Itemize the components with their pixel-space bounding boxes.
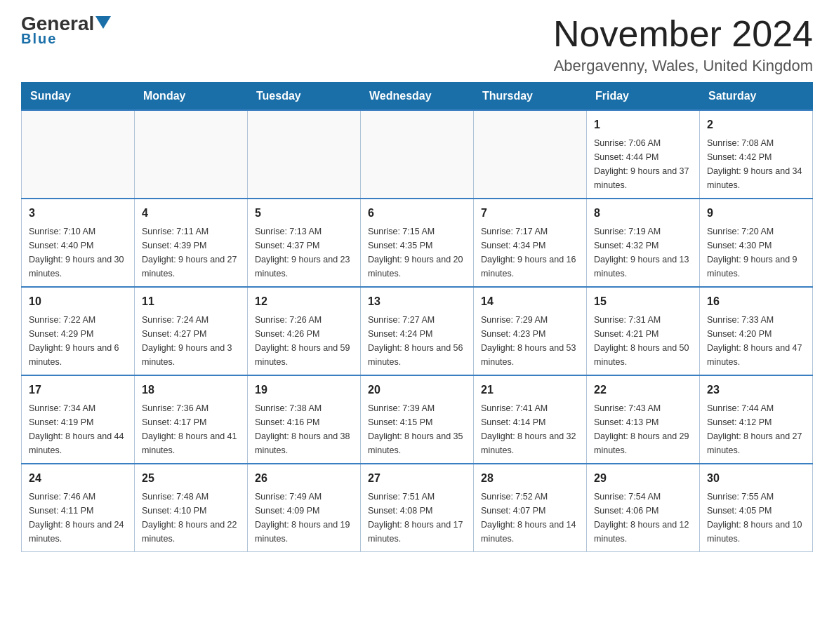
day-number: 16 bbox=[707, 293, 805, 310]
day-number: 2 bbox=[707, 116, 805, 133]
header-monday: Monday bbox=[135, 83, 248, 111]
day-number: 22 bbox=[594, 382, 692, 398]
day-info: Sunrise: 7:55 AM Sunset: 4:05 PM Dayligh… bbox=[707, 490, 805, 546]
day-number: 17 bbox=[29, 382, 127, 398]
day-number: 15 bbox=[594, 293, 692, 310]
header-saturday: Saturday bbox=[700, 83, 813, 111]
table-row: 2Sunrise: 7:08 AM Sunset: 4:42 PM Daylig… bbox=[700, 110, 813, 199]
day-info: Sunrise: 7:43 AM Sunset: 4:13 PM Dayligh… bbox=[594, 401, 692, 457]
table-row: 5Sunrise: 7:13 AM Sunset: 4:37 PM Daylig… bbox=[248, 199, 361, 287]
table-row: 30Sunrise: 7:55 AM Sunset: 4:05 PM Dayli… bbox=[700, 464, 813, 552]
table-row: 14Sunrise: 7:29 AM Sunset: 4:23 PM Dayli… bbox=[474, 287, 587, 375]
header-thursday: Thursday bbox=[474, 83, 587, 111]
table-row: 10Sunrise: 7:22 AM Sunset: 4:29 PM Dayli… bbox=[22, 287, 135, 375]
table-row: 13Sunrise: 7:27 AM Sunset: 4:24 PM Dayli… bbox=[361, 287, 474, 375]
day-info: Sunrise: 7:36 AM Sunset: 4:17 PM Dayligh… bbox=[142, 401, 240, 457]
day-info: Sunrise: 7:38 AM Sunset: 4:16 PM Dayligh… bbox=[255, 401, 353, 457]
day-info: Sunrise: 7:34 AM Sunset: 4:19 PM Dayligh… bbox=[29, 401, 127, 457]
day-number: 30 bbox=[707, 470, 805, 487]
table-row: 28Sunrise: 7:52 AM Sunset: 4:07 PM Dayli… bbox=[474, 464, 587, 552]
header-wednesday: Wednesday bbox=[361, 83, 474, 111]
table-row: 21Sunrise: 7:41 AM Sunset: 4:14 PM Dayli… bbox=[474, 375, 587, 464]
table-row: 7Sunrise: 7:17 AM Sunset: 4:34 PM Daylig… bbox=[474, 199, 587, 287]
table-row: 9Sunrise: 7:20 AM Sunset: 4:30 PM Daylig… bbox=[700, 199, 813, 287]
page-header: General Blue November 2024 Abergavenny, … bbox=[21, 14, 813, 75]
day-number: 10 bbox=[29, 293, 127, 310]
table-row: 8Sunrise: 7:19 AM Sunset: 4:32 PM Daylig… bbox=[587, 199, 700, 287]
day-number: 21 bbox=[481, 382, 579, 398]
day-number: 25 bbox=[142, 470, 240, 487]
table-row: 3Sunrise: 7:10 AM Sunset: 4:40 PM Daylig… bbox=[22, 199, 135, 287]
day-number: 24 bbox=[29, 470, 127, 487]
svg-marker-0 bbox=[95, 16, 111, 29]
day-info: Sunrise: 7:44 AM Sunset: 4:12 PM Dayligh… bbox=[707, 401, 805, 457]
day-info: Sunrise: 7:52 AM Sunset: 4:07 PM Dayligh… bbox=[481, 490, 579, 546]
calendar-week-row: 10Sunrise: 7:22 AM Sunset: 4:29 PM Dayli… bbox=[22, 287, 813, 375]
table-row bbox=[474, 110, 587, 199]
day-number: 9 bbox=[707, 205, 805, 222]
table-row: 16Sunrise: 7:33 AM Sunset: 4:20 PM Dayli… bbox=[700, 287, 813, 375]
calendar-title: November 2024 bbox=[553, 14, 813, 54]
logo-triangle-icon bbox=[95, 16, 111, 29]
table-row: 12Sunrise: 7:26 AM Sunset: 4:26 PM Dayli… bbox=[248, 287, 361, 375]
day-info: Sunrise: 7:31 AM Sunset: 4:21 PM Dayligh… bbox=[594, 313, 692, 369]
day-info: Sunrise: 7:54 AM Sunset: 4:06 PM Dayligh… bbox=[594, 490, 692, 546]
day-info: Sunrise: 7:19 AM Sunset: 4:32 PM Dayligh… bbox=[594, 224, 692, 281]
day-number: 18 bbox=[142, 382, 240, 398]
table-row bbox=[22, 110, 135, 199]
calendar-week-row: 17Sunrise: 7:34 AM Sunset: 4:19 PM Dayli… bbox=[22, 375, 813, 464]
calendar-week-row: 1Sunrise: 7:06 AM Sunset: 4:44 PM Daylig… bbox=[22, 110, 813, 199]
logo: General Blue bbox=[21, 14, 111, 47]
day-info: Sunrise: 7:26 AM Sunset: 4:26 PM Dayligh… bbox=[255, 313, 353, 369]
calendar-table: Sunday Monday Tuesday Wednesday Thursday… bbox=[21, 82, 813, 552]
table-row: 17Sunrise: 7:34 AM Sunset: 4:19 PM Dayli… bbox=[22, 375, 135, 464]
day-info: Sunrise: 7:17 AM Sunset: 4:34 PM Dayligh… bbox=[481, 224, 579, 281]
table-row: 20Sunrise: 7:39 AM Sunset: 4:15 PM Dayli… bbox=[361, 375, 474, 464]
day-info: Sunrise: 7:06 AM Sunset: 4:44 PM Dayligh… bbox=[594, 136, 692, 192]
day-number: 14 bbox=[481, 293, 579, 310]
table-row: 22Sunrise: 7:43 AM Sunset: 4:13 PM Dayli… bbox=[587, 375, 700, 464]
day-info: Sunrise: 7:51 AM Sunset: 4:08 PM Dayligh… bbox=[368, 490, 466, 546]
table-row: 4Sunrise: 7:11 AM Sunset: 4:39 PM Daylig… bbox=[135, 199, 248, 287]
day-info: Sunrise: 7:08 AM Sunset: 4:42 PM Dayligh… bbox=[707, 136, 805, 192]
day-number: 1 bbox=[594, 116, 692, 133]
table-row: 25Sunrise: 7:48 AM Sunset: 4:10 PM Dayli… bbox=[135, 464, 248, 552]
header-tuesday: Tuesday bbox=[248, 83, 361, 111]
table-row bbox=[248, 110, 361, 199]
day-info: Sunrise: 7:39 AM Sunset: 4:15 PM Dayligh… bbox=[368, 401, 466, 457]
table-row: 11Sunrise: 7:24 AM Sunset: 4:27 PM Dayli… bbox=[135, 287, 248, 375]
table-row: 26Sunrise: 7:49 AM Sunset: 4:09 PM Dayli… bbox=[248, 464, 361, 552]
day-number: 3 bbox=[29, 205, 127, 222]
weekday-header-row: Sunday Monday Tuesday Wednesday Thursday… bbox=[22, 83, 813, 111]
day-number: 19 bbox=[255, 382, 353, 398]
day-info: Sunrise: 7:27 AM Sunset: 4:24 PM Dayligh… bbox=[368, 313, 466, 369]
day-info: Sunrise: 7:15 AM Sunset: 4:35 PM Dayligh… bbox=[368, 224, 466, 281]
day-info: Sunrise: 7:11 AM Sunset: 4:39 PM Dayligh… bbox=[142, 224, 240, 281]
logo-sub-text: Blue bbox=[21, 31, 57, 47]
day-info: Sunrise: 7:10 AM Sunset: 4:40 PM Dayligh… bbox=[29, 224, 127, 281]
day-number: 4 bbox=[142, 205, 240, 222]
table-row: 29Sunrise: 7:54 AM Sunset: 4:06 PM Dayli… bbox=[587, 464, 700, 552]
title-section: November 2024 Abergavenny, Wales, United… bbox=[553, 14, 813, 75]
calendar-week-row: 24Sunrise: 7:46 AM Sunset: 4:11 PM Dayli… bbox=[22, 464, 813, 552]
day-number: 27 bbox=[368, 470, 466, 487]
table-row: 24Sunrise: 7:46 AM Sunset: 4:11 PM Dayli… bbox=[22, 464, 135, 552]
table-row: 19Sunrise: 7:38 AM Sunset: 4:16 PM Dayli… bbox=[248, 375, 361, 464]
table-row: 18Sunrise: 7:36 AM Sunset: 4:17 PM Dayli… bbox=[135, 375, 248, 464]
day-number: 5 bbox=[255, 205, 353, 222]
day-number: 26 bbox=[255, 470, 353, 487]
day-info: Sunrise: 7:49 AM Sunset: 4:09 PM Dayligh… bbox=[255, 490, 353, 546]
day-info: Sunrise: 7:22 AM Sunset: 4:29 PM Dayligh… bbox=[29, 313, 127, 369]
table-row: 23Sunrise: 7:44 AM Sunset: 4:12 PM Dayli… bbox=[700, 375, 813, 464]
table-row bbox=[135, 110, 248, 199]
calendar-week-row: 3Sunrise: 7:10 AM Sunset: 4:40 PM Daylig… bbox=[22, 199, 813, 287]
table-row: 15Sunrise: 7:31 AM Sunset: 4:21 PM Dayli… bbox=[587, 287, 700, 375]
table-row: 1Sunrise: 7:06 AM Sunset: 4:44 PM Daylig… bbox=[587, 110, 700, 199]
day-info: Sunrise: 7:48 AM Sunset: 4:10 PM Dayligh… bbox=[142, 490, 240, 546]
day-info: Sunrise: 7:13 AM Sunset: 4:37 PM Dayligh… bbox=[255, 224, 353, 281]
day-number: 8 bbox=[594, 205, 692, 222]
calendar-subtitle: Abergavenny, Wales, United Kingdom bbox=[553, 57, 813, 75]
day-info: Sunrise: 7:24 AM Sunset: 4:27 PM Dayligh… bbox=[142, 313, 240, 369]
header-sunday: Sunday bbox=[22, 83, 135, 111]
table-row: 27Sunrise: 7:51 AM Sunset: 4:08 PM Dayli… bbox=[361, 464, 474, 552]
